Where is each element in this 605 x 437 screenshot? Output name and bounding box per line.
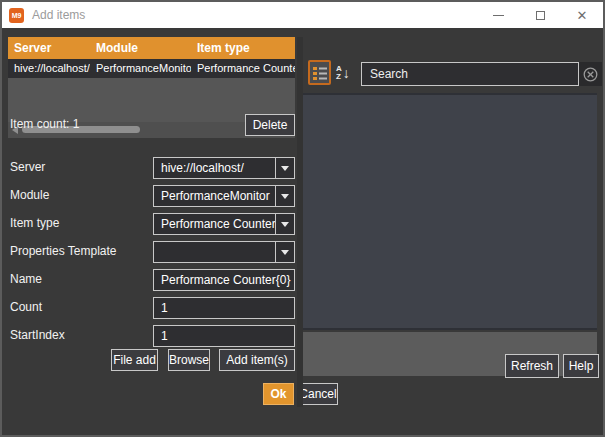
help-button[interactable]: Help: [563, 354, 599, 378]
server-combobox-value: hive://localhost/: [154, 158, 275, 178]
item-count-label: Item count: 1: [10, 117, 79, 131]
minimize-icon: [493, 15, 504, 16]
sort-down-arrow-icon: ↓: [343, 66, 350, 80]
module-combobox-dropdown-button[interactable]: [275, 186, 294, 206]
details-list-icon: [313, 66, 327, 80]
properties-template-combobox-value: [154, 242, 275, 262]
chevron-down-icon: [281, 166, 289, 171]
search-control: [361, 62, 602, 86]
cell-server: hive://localhost/: [8, 59, 90, 78]
window-controls: ✕: [477, 2, 603, 28]
properties-template-dropdown-button[interactable]: [275, 242, 294, 262]
sort-az-letters: A Z: [336, 65, 342, 81]
tree-view-toggle-button[interactable]: [308, 60, 331, 85]
delete-button[interactable]: Delete: [245, 114, 295, 136]
browse-button[interactable]: Browse: [168, 349, 210, 371]
chevron-down-icon: [281, 222, 289, 227]
app-icon: M9: [9, 8, 24, 23]
grid-header: Server Module Item type: [8, 37, 295, 59]
server-combobox-dropdown-button[interactable]: [275, 158, 294, 178]
maximize-icon: [536, 11, 545, 20]
table-row[interactable]: hive://localhost/ PerformanceMonitor Per…: [8, 59, 295, 78]
field-label-count: Count: [10, 300, 42, 314]
window-title: Add items: [32, 8, 85, 22]
minimize-button[interactable]: [477, 2, 519, 28]
item-type-combobox-value: Performance Counter: [154, 214, 275, 234]
refresh-button[interactable]: Refresh: [505, 354, 559, 378]
column-header-server[interactable]: Server: [8, 37, 90, 59]
field-label-item-type: Item type: [10, 216, 59, 230]
server-combobox[interactable]: hive://localhost/: [153, 157, 295, 179]
title-bar[interactable]: M9 Add items ✕: [2, 2, 603, 28]
name-input[interactable]: [153, 269, 295, 291]
field-label-name: Name: [10, 272, 42, 286]
module-combobox-value: PerformanceMonitor: [154, 186, 275, 206]
field-label-properties-template: Properties Template: [10, 244, 117, 258]
add-items-button[interactable]: Add item(s): [219, 349, 295, 371]
properties-template-combobox[interactable]: [153, 241, 295, 263]
cell-item-type: Performance Counte: [191, 59, 295, 78]
clear-search-button[interactable]: [579, 62, 602, 86]
column-header-item-type[interactable]: Item type: [191, 37, 295, 59]
search-input[interactable]: [361, 62, 579, 86]
file-add-button[interactable]: File add: [111, 349, 158, 371]
column-header-module[interactable]: Module: [90, 37, 191, 59]
sort-alphabetical-button[interactable]: A Z ↓: [336, 62, 358, 83]
chevron-down-icon: [281, 194, 289, 199]
item-tree-view[interactable]: [303, 93, 597, 330]
field-label-server: Server: [10, 160, 45, 174]
maximize-button[interactable]: [519, 2, 561, 28]
count-input[interactable]: [153, 297, 295, 319]
ok-button[interactable]: Ok: [263, 383, 294, 405]
field-label-module: Module: [10, 188, 49, 202]
cancel-button[interactable]: Cancel: [298, 383, 338, 405]
cell-module: PerformanceMonitor: [90, 59, 191, 78]
startindex-input[interactable]: [153, 325, 295, 347]
field-label-startindex: StartIndex: [10, 328, 65, 342]
close-icon: ✕: [577, 9, 588, 22]
item-type-combobox[interactable]: Performance Counter: [153, 213, 295, 235]
chevron-down-icon: [281, 250, 289, 255]
close-button[interactable]: ✕: [561, 2, 603, 28]
circle-x-icon: [583, 67, 598, 82]
add-items-dialog: M9 Add items ✕ Server Module Item type h…: [0, 0, 605, 437]
item-type-combobox-dropdown-button[interactable]: [275, 214, 294, 234]
module-combobox[interactable]: PerformanceMonitor: [153, 185, 295, 207]
